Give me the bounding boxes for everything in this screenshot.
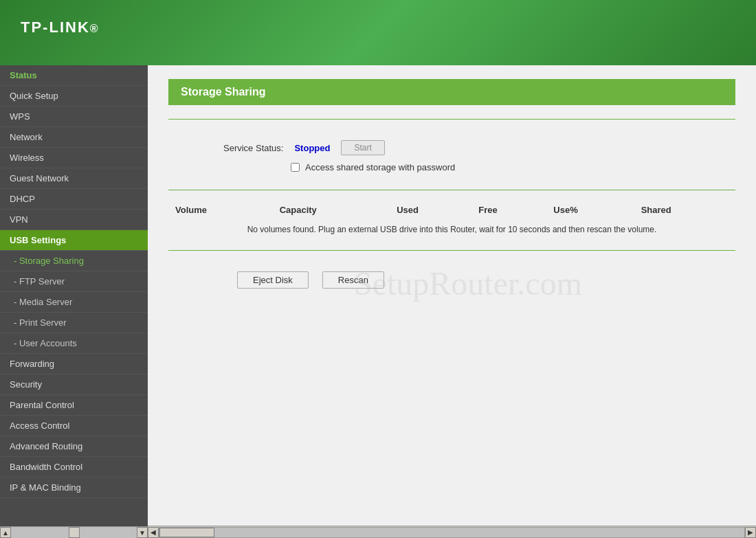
sidebar: Status Quick Setup WPS Network Wireless … (0, 65, 148, 538)
sidebar-item-security[interactable]: Security (0, 374, 148, 395)
sidebar-item-status[interactable]: Status (0, 65, 148, 86)
sidebar-item-dhcp[interactable]: DHCP (0, 189, 148, 210)
hscroll-left[interactable]: ◀ (148, 527, 159, 538)
eject-disk-button[interactable]: Eject Disk (237, 271, 309, 289)
content-inner: SetupRouter.com Storage Sharing Service … (148, 65, 756, 526)
header: TP-LINK® (0, 0, 756, 65)
sidebar-item-media-server[interactable]: - Media Server (0, 292, 148, 313)
rescan-button[interactable]: Rescan (322, 271, 384, 289)
sidebar-scrollbar-arrows: ▲ ▼ (0, 526, 148, 538)
service-status-row: Service Status: Stopped Start (168, 130, 735, 162)
col-capacity: Capacity (273, 201, 390, 219)
col-use-pct: Use% (546, 201, 634, 219)
sidebar-item-network[interactable]: Network (0, 127, 148, 148)
sidebar-scroll-thumb[interactable] (69, 527, 80, 538)
password-checkbox-label: Access shared storage with password (305, 162, 455, 172)
sidebar-item-ftp-server[interactable]: - FTP Server (0, 271, 148, 292)
sidebar-item-storage-sharing[interactable]: - Storage Sharing (0, 251, 148, 271)
sidebar-item-wps[interactable]: WPS (0, 107, 148, 127)
sidebar-item-ip-mac-binding[interactable]: IP & MAC Binding (0, 478, 148, 498)
col-shared: Shared (634, 201, 735, 219)
divider-middle (168, 190, 735, 190)
bottom-scrollbar: ◀ ▶ (148, 526, 756, 538)
sidebar-item-quick-setup[interactable]: Quick Setup (0, 86, 148, 107)
no-volumes-row: No volumes found. Plug an external USB d… (168, 219, 735, 240)
content-area: SetupRouter.com Storage Sharing Service … (148, 65, 756, 538)
sidebar-item-guest-network[interactable]: Guest Network (0, 168, 148, 189)
sidebar-item-access-control[interactable]: Access Control (0, 416, 148, 436)
col-used: Used (390, 201, 471, 219)
no-volumes-message: No volumes found. Plug an external USB d… (168, 219, 735, 240)
action-buttons: Eject Disk Rescan (168, 261, 735, 295)
page-title: Storage Sharing (168, 79, 735, 105)
volume-table: Volume Capacity Used Free Use% Shared No… (168, 201, 735, 240)
start-button[interactable]: Start (341, 140, 384, 155)
main-layout: Status Quick Setup WPS Network Wireless … (0, 65, 756, 538)
sidebar-item-user-accounts[interactable]: - User Accounts (0, 333, 148, 354)
sidebar-item-advanced-routing[interactable]: Advanced Routing (0, 436, 148, 457)
divider-top (168, 119, 735, 120)
hscroll-right[interactable]: ▶ (745, 527, 756, 538)
password-checkbox-row: Access shared storage with password (168, 162, 735, 179)
sidebar-item-wireless[interactable]: Wireless (0, 148, 148, 168)
sidebar-item-usb-settings[interactable]: USB Settings (0, 230, 148, 251)
service-status-value: Stopped (294, 143, 330, 153)
sidebar-item-vpn[interactable]: VPN (0, 210, 148, 230)
hscroll-track[interactable] (159, 527, 745, 538)
sidebar-item-bandwidth-control[interactable]: Bandwidth Control (0, 457, 148, 478)
sidebar-scroll[interactable]: Status Quick Setup WPS Network Wireless … (0, 65, 148, 526)
col-free: Free (471, 201, 546, 219)
sidebar-item-print-server[interactable]: - Print Server (0, 313, 148, 333)
logo: TP-LINK® (21, 19, 100, 47)
sidebar-scroll-down[interactable]: ▼ (137, 527, 148, 538)
service-status-label: Service Status: (223, 143, 283, 153)
hscroll-thumb[interactable] (159, 528, 214, 537)
sidebar-item-forwarding[interactable]: Forwarding (0, 354, 148, 374)
table-header-row: Volume Capacity Used Free Use% Shared (168, 201, 735, 219)
col-volume: Volume (168, 201, 273, 219)
password-checkbox[interactable] (291, 163, 300, 172)
sidebar-item-parental-control[interactable]: Parental Control (0, 395, 148, 416)
sidebar-scroll-up[interactable]: ▲ (0, 527, 11, 538)
divider-bottom (168, 250, 735, 251)
